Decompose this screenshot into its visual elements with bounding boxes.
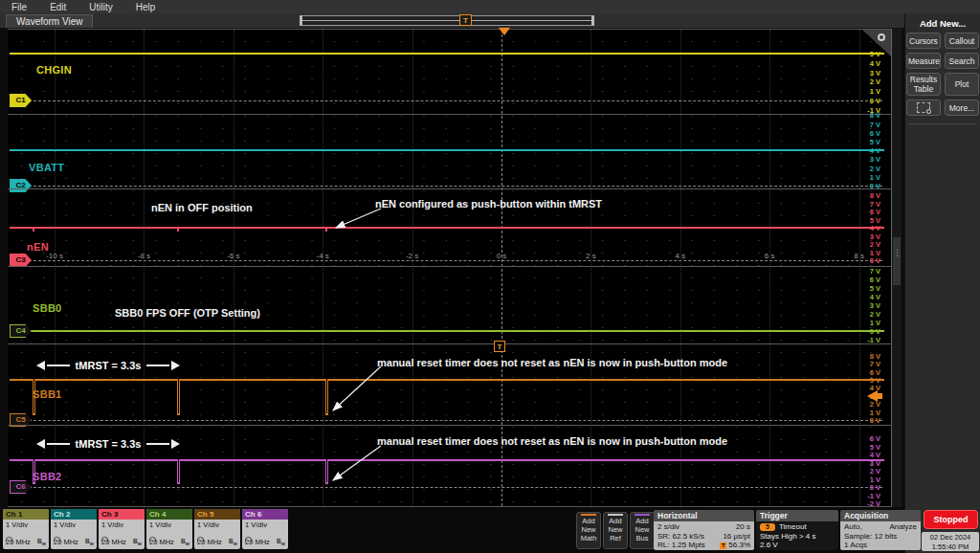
menu-file[interactable]: File [11, 2, 27, 12]
tab-waveform-view[interactable]: Waveform View [6, 14, 93, 28]
channel-settings-header: Ch 6 [242, 509, 288, 520]
magnifier-icon [878, 33, 885, 41]
scale-label: 4 V [870, 59, 880, 68]
datetime-display: 02 Dec 2024 1:55:40 PM [922, 532, 979, 551]
reset-pulse [177, 379, 180, 415]
time-axis-label: -10 s [46, 252, 63, 260]
acquisition-panel[interactable]: Acquisition Auto, Analyze Sample: 12 bit… [840, 510, 921, 550]
channel-settings-header: Ch 1 [3, 509, 49, 520]
scale-label: 5 V [870, 284, 880, 293]
channel-tag-c3[interactable]: C3 [10, 254, 32, 267]
horizontal-row-label: 2 s/div [657, 522, 679, 532]
cursors-button[interactable]: Cursors [906, 33, 941, 49]
scale-label: 2 V [870, 165, 880, 173]
channel-settings-c6[interactable]: Ch 61 V/div20 MHzBw [242, 509, 288, 549]
bandwidth-limit-icon: Bw [181, 538, 189, 546]
time-axis-label: 2 s [586, 252, 596, 260]
scale-label: 4 V [870, 146, 880, 155]
trigger-level-arrow-icon[interactable] [867, 390, 882, 402]
oscilloscope-app: FileEditUtilityHelp Waveform View T nEN … [0, 0, 980, 553]
acquisition-title: Acquisition [840, 510, 921, 521]
callout-button[interactable]: Callout [945, 33, 979, 49]
bandwidth-limit-icon: Bw [37, 538, 46, 546]
probe-row [194, 529, 240, 538]
probe-row [3, 529, 49, 538]
reset-pulse [325, 379, 328, 415]
more-button[interactable]: More... [945, 100, 979, 116]
time-axis-label: -6 s [227, 252, 239, 260]
waveform-graticule[interactable]: nEN in OFF position nEN configured as pu… [8, 29, 892, 507]
trigger-mode: Timeout [779, 522, 807, 532]
measure-button[interactable]: Measure [906, 53, 941, 69]
position-icon: T [720, 542, 726, 549]
scale-label: 3 V [870, 69, 880, 77]
channel-settings-c2[interactable]: Ch 21 V/div20 MHzBw [51, 509, 97, 549]
channel-settings-c5[interactable]: Ch 51 V/div20 MHzBw [194, 509, 240, 549]
plot-button[interactable]: Plot [945, 73, 979, 96]
horizontal-row-value: 20 s [736, 522, 750, 532]
channel-slice-vbatt: VBATTC28 V7 V6 V5 V4 V3 V2 V1 V0 V [8, 114, 892, 188]
horizontal-row-value: 16 μs/pt [723, 532, 750, 542]
acquisition-analyze: Analyze [890, 522, 917, 532]
menu-utility[interactable]: Utility [89, 2, 112, 12]
run-stop-button[interactable]: Stopped [924, 510, 978, 529]
channel-settings-c4[interactable]: Ch 41 V/div20 MHzBw [146, 509, 192, 549]
vdiv-value: 1 V/div [51, 520, 97, 529]
time-text: 1:55:40 PM [922, 542, 979, 552]
menu-edit[interactable]: Edit [50, 2, 66, 12]
acquisition-count: 1 Acqs [844, 541, 917, 550]
channel-settings-c3[interactable]: Ch 31 V/div20 MHzBw [99, 509, 145, 549]
scale-label: 2 V [870, 310, 880, 319]
scale-label: 1 V [870, 319, 880, 327]
scale-label: 3 V [870, 155, 880, 164]
menu-help[interactable]: Help [136, 2, 156, 12]
scale-label: 0 V [870, 97, 880, 105]
arrow-right-icon [171, 439, 180, 449]
channel-tag-c1[interactable]: C1 [10, 94, 32, 107]
add-new-ref-button[interactable]: Add New Ref [603, 512, 628, 549]
channel-name-label: VBATT [29, 162, 64, 173]
panel-divider [909, 123, 976, 124]
waveform-trace-vbatt [10, 149, 884, 151]
scale-label: 4 V [870, 293, 880, 301]
reset-pulse [325, 459, 328, 484]
horizontal-row: 2 s/div20 s [657, 522, 750, 532]
bandwidth-limit-icon: Bw [229, 538, 237, 546]
bandwidth-row: 20 MHzBw [99, 538, 145, 546]
time-axis-label: -8 s [138, 252, 150, 260]
add-new-math-button[interactable]: Add New Math [576, 512, 601, 549]
reset-pulse [325, 227, 327, 232]
add-new-panel: Add New... CursorsCalloutMeasureSearchRe… [904, 13, 980, 553]
annotation-sbb0-fps: SBB0 FPS OFF (OTP Setting) [115, 307, 260, 319]
time-axis-label: 4 s [675, 252, 685, 260]
search-button[interactable]: Search [945, 53, 979, 69]
color-stripe [581, 514, 596, 516]
trigger-level: 2.6 V [760, 541, 835, 550]
horizontal-overview-bar[interactable] [300, 15, 594, 26]
channel-slice-sbb1: SBB1C58 V7 V6 V5 V4 V3 V2 V1 V0 V [8, 343, 892, 425]
magnifier-dot-icon [926, 109, 931, 114]
trigger-panel[interactable]: Trigger 5 Timeout Stays High > 4 s 2.6 V [756, 510, 838, 550]
trigger-position-triangle-icon[interactable] [499, 28, 510, 35]
probe-row [51, 529, 97, 538]
tmrst-arrow-sbb1: tMRST = 3.3s [36, 359, 180, 372]
scrollbar-handle[interactable]: ⋮⋮ [893, 237, 901, 285]
channel-tag-c6[interactable]: C6 [10, 480, 32, 494]
color-stripe [635, 514, 650, 516]
horizontal-panel[interactable]: Horizontal 2 s/div20 sSR: 62.5 kS/s16 μs… [654, 510, 754, 550]
horizontal-row: RL: 1.25 MptsT56.3% [657, 541, 750, 550]
add-new-bus-button[interactable]: Add New Bus [630, 512, 655, 549]
vertical-scrollbar[interactable]: ⋮⋮ [892, 29, 902, 507]
channel-tag-c4[interactable]: C4 [10, 324, 32, 338]
results-table-button[interactable]: Results Table [906, 73, 941, 96]
bandwidth-row: 20 MHzBw [51, 538, 97, 546]
horizontal-row-value: T56.3% [720, 541, 750, 550]
trigger-source-badge: 5 [760, 523, 775, 531]
trigger-position-badge[interactable]: T [459, 14, 472, 26]
channel-settings-c1[interactable]: Ch 11 V/div20 MHzBw [3, 509, 49, 549]
vdiv-value: 1 V/div [194, 520, 240, 529]
waveform-trace-sbb0 [10, 330, 884, 332]
channel-name-label: SBB1 [33, 388, 62, 400]
trigger-source-marker: T [494, 341, 505, 352]
zoom-select-button[interactable] [906, 100, 941, 116]
